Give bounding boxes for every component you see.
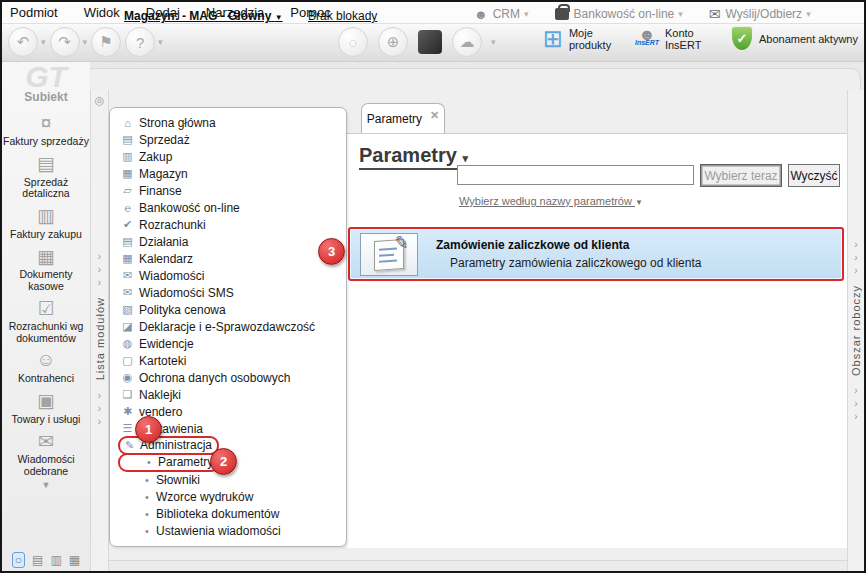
tree-item-slowniki[interactable]: •Słowniki	[120, 471, 346, 488]
deklaracje-i-e-sprawozdawczosc-icon: ◪	[120, 320, 135, 333]
products-grid-icon: ⊞	[543, 33, 563, 45]
zestawienia-icon: ☰	[120, 422, 135, 435]
tree-item-wiadomosci-sms[interactable]: ✉Wiadomości SMS	[120, 284, 346, 301]
tree-item-bankowosc-on-line[interactable]: ℮Bankowość on-line	[120, 199, 346, 216]
abonament-button[interactable]: ✓ Abonament aktywny	[731, 26, 858, 51]
tree-item-kalendarz[interactable]: ▦Kalendarz	[120, 250, 346, 267]
stack-mini-icon[interactable]: ▦	[69, 553, 80, 567]
crm-button[interactable]: ☻ CRM ▾	[474, 7, 529, 22]
page-title-menu[interactable]: Parametry ▾	[359, 144, 468, 170]
tree-item-biblioteka-dokumentow[interactable]: •Biblioteka dokumentów	[120, 505, 346, 522]
sidebar-item-label: Kontrahenci	[18, 373, 74, 385]
basket-mini-icon[interactable]: ▥	[50, 553, 61, 567]
cloud-database-icon-dropdown[interactable]: ▾	[491, 37, 496, 47]
insert-account-icon: ☻ InsERT	[635, 31, 659, 47]
tree-item-deklaracje-i-e-sprawozdawczosc[interactable]: ◪Deklaracje i e-Sprawozdawczość	[120, 318, 346, 335]
abonament-label: Abonament aktywny	[759, 33, 858, 45]
tree-item-wzorce-wydrukow[interactable]: •Wzorce wydruków	[120, 488, 346, 505]
record-circle-icon[interactable]: ○	[12, 552, 25, 568]
bankowosc-dropdown-icon: ▾	[678, 9, 683, 19]
bank-lock-icon	[555, 8, 569, 20]
back-cursor-icon-dropdown[interactable]: ▾	[41, 37, 46, 47]
sidebar-item-sprzedaz-detaliczna[interactable]: ▤Sprzedaż detaliczna	[2, 151, 90, 200]
sidebar-item-dokumenty-kasowe[interactable]: ▦Dokumenty kasowe	[2, 243, 90, 292]
brak-blokady-link[interactable]: Brak blokady	[308, 9, 377, 23]
menu-podmiot[interactable]: Podmiot	[10, 5, 58, 20]
modules-strip[interactable]: ◎ ››› Lista modułów ›››	[90, 90, 109, 571]
workspace-strip[interactable]: ››› Obszar roboczy ›››	[847, 90, 864, 571]
sidebar-item-rozrachunki-wg-dokumentow[interactable]: ☑Rozrachunki wg dokumentów	[2, 295, 90, 344]
crm-dropdown-icon: ▾	[524, 9, 529, 19]
param-item-zamowienie-zaliczkowe[interactable]: ✎ Zamówienie zaliczkowe od klienta Param…	[348, 227, 844, 281]
naklejki-icon: ❏	[120, 388, 135, 401]
pin-icon[interactable]: ◎	[95, 94, 105, 107]
tree-item-label: Ustawienia wiadomości	[156, 524, 281, 538]
parameter-search-input[interactable]	[457, 165, 694, 185]
tab-close-icon[interactable]: ✕	[430, 109, 439, 122]
filter-by-name-link[interactable]: Wybierz według nazwy parametrów ▼	[459, 195, 643, 207]
shield-check-icon: ✓	[731, 26, 753, 51]
tree-item-ewidencje[interactable]: ◍Ewidencje	[120, 335, 346, 352]
wyczysc-button[interactable]: Wyczyść	[788, 164, 840, 187]
chevron-right-icon: ›	[854, 410, 857, 423]
tree-item-label: Magazyn	[139, 167, 188, 181]
sidebar-item-label: Faktury sprzedaży	[3, 136, 89, 148]
faktury-zakupu-icon: ▥	[32, 203, 60, 229]
bankowosc-button[interactable]: Bankowość on-line ▾	[555, 7, 683, 21]
magazyn-selector[interactable]: Magazyn: - MAG - Główny ▼	[124, 9, 283, 23]
kalendarz-icon: ▦	[120, 252, 135, 265]
tree-item-rozrachunki[interactable]: ✔Rozrachunki	[120, 216, 346, 233]
sprzedaz-detaliczna-icon: ▤	[32, 151, 60, 177]
chevron-right-icon: ›	[854, 238, 857, 251]
kontrahenci-icon: ☺	[32, 347, 60, 373]
wiadomosci-sms-icon: ✉	[120, 286, 135, 299]
sidebar-item-towary-i-uslugi[interactable]: ▣Towary i usługi	[2, 388, 90, 426]
rozrachunki-wg-dokumentow-icon: ☑	[32, 295, 60, 321]
back-cursor-icon[interactable]: ↶	[8, 27, 38, 57]
tree-item-dzialania[interactable]: ▤Działania	[120, 233, 346, 250]
cube-icon[interactable]	[418, 30, 442, 54]
tab-parametry[interactable]: Parametry ✕	[361, 103, 445, 134]
sidebar-more-button[interactable]: ▼	[2, 480, 90, 490]
sidebar-item-kontrahenci[interactable]: ☺Kontrahenci	[2, 347, 90, 385]
menu-widok[interactable]: Widok	[84, 5, 120, 20]
wyslij-odbierz-button[interactable]: ✉ Wyślij/Odbierz ▾	[709, 6, 811, 22]
flag-icon[interactable]: ⚑	[91, 27, 121, 57]
parameter-icon-box: ✎	[360, 233, 418, 276]
tree-item-magazyn[interactable]: ▦Magazyn	[120, 165, 346, 182]
zakup-icon: ▥	[120, 150, 135, 163]
sidebar-item-faktury-sprzedazy[interactable]: ¤Faktury sprzedaży	[2, 110, 90, 148]
tree-item-kartoteki[interactable]: ▢Kartoteki	[120, 352, 346, 369]
bullet-icon: •	[142, 456, 156, 468]
tree-item-ochrona-danych-osobowych[interactable]: ◉Ochrona danych osobowych	[120, 369, 346, 386]
cloud-database-icon[interactable]: ☁	[452, 27, 482, 57]
sidebar-item-faktury-zakupu[interactable]: ▥Faktury zakupu	[2, 203, 90, 241]
konto-insert-button[interactable]: ☻ InsERT Konto InsERT	[635, 27, 717, 51]
towary-i-uslugi-icon: ▣	[32, 388, 60, 414]
sidebar-item-wiadomosci-odebrane[interactable]: ✉Wiadomości odebrane	[2, 428, 90, 477]
tree-item-finanse[interactable]: ▱Finanse	[120, 182, 346, 199]
tree-item-strona-glowna[interactable]: ⌂Strona główna	[120, 114, 346, 131]
coins-mini-icon[interactable]: ▤	[32, 553, 43, 567]
spinner-dots-icon[interactable]: ◌	[338, 27, 368, 57]
administracja-icon: ✎	[122, 439, 137, 452]
parameter-title: Zamówienie zaliczkowe od klienta	[436, 238, 629, 252]
tree-item-ustawienia-wiadomosci[interactable]: •Ustawienia wiadomości	[120, 522, 346, 539]
chevron-right-icon: ›	[854, 397, 857, 410]
forward-cursor-icon-dropdown[interactable]: ▾	[83, 37, 88, 47]
tree-item-label: Słowniki	[156, 473, 200, 487]
tree-item-sprzedaz[interactable]: ▤Sprzedaż	[120, 131, 346, 148]
tree-item-zakup[interactable]: ▥Zakup	[120, 148, 346, 165]
tree-item-wiadomosci[interactable]: ✉Wiadomości	[120, 267, 346, 284]
moje-produkty-button[interactable]: ⊞ Moje produkty	[543, 27, 621, 51]
tree-item-label: Ewidencje	[139, 337, 194, 351]
tree-item-naklejki[interactable]: ❏Naklejki	[120, 386, 346, 403]
globe-icon[interactable]: ⊕	[378, 27, 408, 57]
chevron-right-icon: ›	[98, 263, 101, 276]
forward-cursor-icon[interactable]: ↷	[50, 27, 80, 57]
wybierz-teraz-button[interactable]: Wybierz teraz	[700, 164, 782, 187]
tree-item-polityka-cenowa[interactable]: ▧Polityka cenowa	[120, 301, 346, 318]
help-bubble-icon[interactable]: ?	[125, 27, 155, 57]
help-bubble-icon-dropdown[interactable]: ▾	[158, 37, 163, 47]
app-window: PodmiotWidokDodajNarzędziaPomoc ↶▾↷▾⚑?▾ …	[0, 0, 866, 573]
